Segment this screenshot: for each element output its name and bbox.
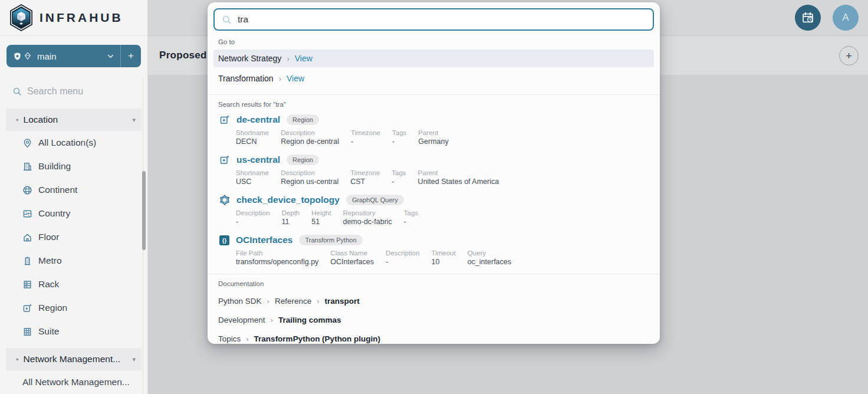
menu-search-input[interactable] — [27, 86, 127, 97]
field-value: - — [386, 258, 420, 266]
search-modal: Go to Network Strategy › View Transforma… — [208, 2, 660, 344]
field-label: Height — [311, 209, 331, 216]
doc-crumb: Python SDK — [218, 297, 262, 306]
field-value: Region de-central — [281, 137, 339, 146]
field-label: Description — [281, 169, 338, 176]
field-label: Timeout — [432, 249, 456, 257]
gem-icon — [24, 52, 32, 60]
add-proposed-change-button[interactable]: + — [839, 46, 859, 65]
sidebar-item-building[interactable]: Building — [0, 155, 147, 178]
search-icon — [222, 15, 232, 25]
modal-search-box[interactable] — [213, 8, 654, 31]
result-kind-badge: Transform Python — [299, 235, 362, 245]
branch-selector[interactable]: main + — [6, 45, 141, 67]
goto-item-name: Transformation — [218, 74, 274, 83]
results-section-label: Search results for "tra" — [218, 101, 660, 108]
create-branch-button[interactable]: + — [121, 45, 141, 67]
sidebar-item-continent[interactable]: Continent — [0, 178, 147, 202]
caret-down-icon[interactable]: ▾ — [132, 356, 136, 363]
field-value: CST — [350, 178, 380, 186]
sidebar-item-rack[interactable]: Rack — [0, 272, 147, 296]
region-icon — [219, 114, 230, 125]
modal-search-input[interactable] — [238, 14, 646, 25]
field-label: Repository — [343, 209, 392, 216]
field-value: demo-dc-fabric — [343, 218, 392, 226]
bullet-icon: • — [16, 116, 19, 124]
doc-link-transport[interactable]: Python SDK › Reference › transport — [208, 291, 660, 310]
sidebar-item-country[interactable]: Country — [0, 202, 147, 225]
result-kind-badge: GraphQL Query — [346, 195, 404, 205]
menu-item-label: Building — [38, 161, 71, 172]
field-value: - — [236, 218, 270, 226]
search-result-check-device-topology[interactable]: check_device_topology GraphQL Query Desc… — [208, 193, 660, 226]
avatar[interactable]: A — [833, 5, 859, 31]
sidebar-item-all-locations[interactable]: All Location(s) — [0, 131, 147, 155]
menu-item-label: Country — [38, 208, 70, 219]
field-label: Timezone — [351, 129, 380, 136]
sidebar-section-network-management[interactable]: • Network Management... ▾ — [6, 348, 142, 370]
result-title[interactable]: us-central — [236, 155, 280, 165]
doc-link-trailing-commas[interactable]: Development › Trailing commas — [208, 310, 660, 329]
goto-item-transformation[interactable]: Transformation › View — [213, 70, 654, 87]
graphql-icon — [219, 195, 230, 205]
map-pin-icon — [22, 138, 32, 148]
search-result-us-central[interactable]: us-central Region ShortnameUSC Descripti… — [208, 153, 660, 186]
chevron-right-icon: › — [287, 54, 289, 63]
divider — [208, 274, 660, 274]
sidebar-item-suite[interactable]: Suite — [0, 320, 147, 343]
field-value: - — [392, 137, 406, 146]
search-result-ocinterfaces[interactable]: {} OCInterfaces Transform Python File Pa… — [208, 234, 660, 266]
section-label: Location — [24, 114, 58, 125]
sidebar-scrollbar[interactable] — [142, 171, 146, 250]
chevron-right-icon: › — [246, 334, 248, 343]
sidebar-item-region[interactable]: Region — [0, 296, 147, 320]
field-value: transforms/openconfig.py — [236, 258, 318, 266]
documentation-section-label: Documentation — [218, 280, 660, 287]
bullet-icon: • — [16, 355, 19, 364]
sidebar-item-floor[interactable]: Floor — [0, 225, 147, 249]
menu-item-label: Suite — [38, 326, 59, 337]
field-label: Tags — [392, 129, 406, 136]
calendar-clock-icon — [801, 11, 814, 24]
doc-target: transport — [325, 297, 360, 306]
field-label: Shortname — [236, 129, 269, 136]
chevron-down-icon[interactable] — [101, 52, 120, 61]
field-value: OCInterfaces — [330, 258, 374, 266]
field-value: USC — [236, 178, 269, 186]
result-title[interactable]: OCInterfaces — [236, 235, 292, 245]
field-label: Tags — [392, 169, 406, 176]
caret-down-icon[interactable]: ▾ — [132, 116, 136, 124]
goto-item-name: Network Strategy — [218, 54, 281, 63]
view-link[interactable]: View — [287, 74, 304, 83]
chevron-right-icon: › — [279, 74, 281, 83]
field-value: - — [351, 137, 380, 146]
goto-item-network-strategy[interactable]: Network Strategy › View — [213, 50, 654, 67]
field-label: Depth — [282, 209, 300, 216]
brand-header[interactable]: INFRAHUB — [0, 0, 147, 36]
doc-link-transformpython[interactable]: Topics › TransformPython (Python plugin) — [208, 329, 660, 344]
brand-wordmark: INFRAHUB — [40, 11, 123, 25]
suite-icon — [22, 327, 32, 337]
field-value: DECN — [236, 137, 269, 146]
metro-building-icon — [22, 256, 32, 266]
code-braces-icon: {} — [219, 235, 229, 245]
search-result-de-central[interactable]: de-central Region ShortnameDECN Descript… — [208, 113, 660, 146]
field-value: Germany — [418, 137, 448, 146]
sidebar-item-all-network-management[interactable]: All Network Managemen... — [0, 370, 147, 394]
sidebar-item-metro[interactable]: Metro — [0, 249, 147, 272]
building-icon — [22, 162, 32, 172]
section-label: Network Management... — [24, 354, 121, 365]
menu-item-label: Region — [38, 303, 67, 313]
result-title[interactable]: check_device_topology — [236, 195, 340, 205]
field-label: Query — [468, 249, 511, 257]
sidebar-section-location[interactable]: • Location ▾ — [6, 109, 142, 131]
sidebar-search[interactable] — [0, 83, 147, 100]
region-icon — [22, 303, 32, 313]
field-label: Tags — [404, 209, 418, 216]
result-title[interactable]: de-central — [236, 114, 280, 125]
view-link[interactable]: View — [295, 54, 313, 63]
doc-target: TransformPython (Python plugin) — [254, 334, 381, 343]
menu-item-label: All Network Managemen... — [22, 377, 130, 388]
schedule-button[interactable] — [795, 5, 821, 31]
field-label: Class Name — [330, 249, 374, 257]
